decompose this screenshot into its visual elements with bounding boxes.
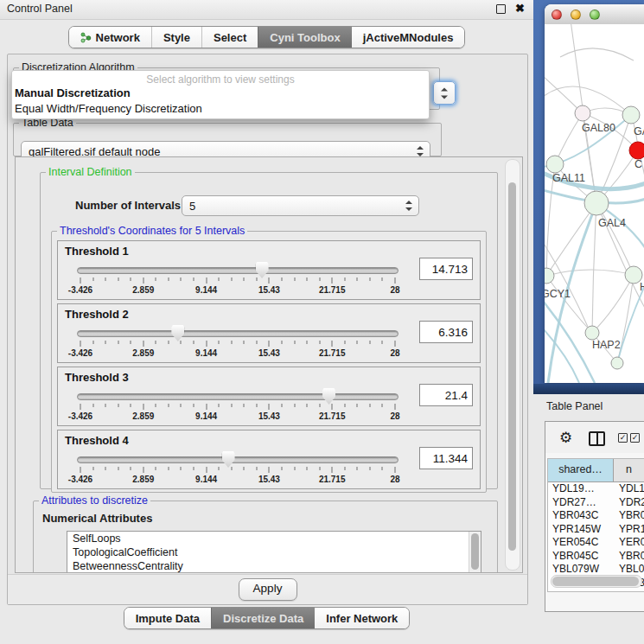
table-cell: YDR27… [548,496,614,510]
network-edge[interactable] [545,301,595,383]
tab-select[interactable]: Select [201,27,258,48]
threshold-label: Threshold 2 [65,308,129,321]
tab-style[interactable]: Style [151,27,201,48]
threshold-value-field[interactable]: 14.713 [419,258,473,280]
slider-thumb[interactable] [171,325,184,341]
threshold-slider[interactable]: -3.4262.8599.14415.4321.71528 [77,325,399,360]
table-panel-titlebar: Table Panel [533,394,644,420]
slider-tick [181,341,182,344]
slider-tick-label: 28 [390,285,399,295]
node-partial-bottom[interactable] [611,357,623,369]
slider-tick [294,341,295,344]
slider-thumb[interactable] [256,262,269,278]
table-panel-title: Table Panel [546,400,603,412]
threshold-slider[interactable]: -3.4262.8599.14415.4321.71528 [77,388,399,423]
network-edge[interactable] [545,242,588,327]
zoom-window-icon[interactable] [590,10,600,20]
tab-network[interactable]: Network [69,27,151,48]
node-hap2[interactable] [585,326,599,340]
node-label: HAP2 [592,339,621,351]
threshold-value-field[interactable]: 21.4 [419,384,473,406]
minimize-window-icon[interactable] [571,10,581,20]
network-graph-canvas[interactable]: GAL80GACGAL11GAL4GCY1HHAP2 [545,24,644,383]
attributes-scrollbar-thumb[interactable] [471,533,479,570]
settings-vertical-scrollbar[interactable] [505,159,520,571]
number-of-intervals-combobox[interactable]: 5 [182,195,419,216]
settings-scrollbar-thumb[interactable] [508,182,516,551]
column-header-shared-name[interactable]: shared… [548,459,614,481]
node-gal4[interactable] [584,191,609,215]
table-row[interactable]: YDR27…YDR2 [548,496,644,510]
slider-tick [143,341,143,347]
close-window-icon[interactable] [552,10,562,20]
table-row[interactable]: YBR043CYBR0 [548,509,644,523]
threshold-label: Threshold 1 [65,245,129,258]
tab-jactivemnodules[interactable]: jActiveMNodules [352,27,465,48]
apply-button[interactable]: Apply [239,578,297,601]
slider-tick [80,341,81,347]
slider-tick [156,341,156,344]
slider-tick-label: -3.426 [68,475,92,484]
node-label: GAL11 [552,172,585,184]
slider-thumb[interactable] [322,388,335,405]
slider-tick [143,404,143,410]
table-row[interactable]: YER054CYER0 [548,536,644,550]
slider-thumb[interactable] [222,451,235,468]
popup-item-equal-width-frequency[interactable]: Equal Width/Frequency Discretization [12,101,429,117]
tab-cyni-toolbox[interactable]: Cyni Toolbox [258,27,351,48]
bottom-tab-impute-data[interactable]: Impute Data [124,608,211,628]
slider-tick-label: -3.426 [68,411,92,421]
table-row[interactable]: YIL052CYIL0 [548,590,644,592]
threshold-value-field[interactable]: 11.344 [419,447,473,469]
combo-arrows-icon [405,201,412,211]
bottom-tab-infer-network[interactable]: Infer Network [315,608,409,628]
threshold-slider[interactable]: -3.4262.8599.14415.4321.71528 [77,451,399,486]
popup-item-manual-discretization[interactable]: Manual Discretization [12,86,429,101]
attribute-list-item[interactable]: BetweennessCentrality [67,559,481,573]
algorithm-combo-stepper[interactable] [433,81,456,105]
gear-icon[interactable]: ⚙ [559,429,572,447]
float-panel-icon[interactable] [496,4,506,14]
network-edge[interactable] [560,48,634,61]
bottom-tab-discretize-data[interactable]: Discretize Data [211,608,315,628]
table-row[interactable]: YDL19…YDL1 [548,482,644,496]
slider-tick [194,277,194,281]
table-scrollbar-thumb[interactable] [552,577,639,586]
slider-tick [319,404,320,407]
network-window-titlebar[interactable] [545,4,644,25]
tab-label: Discretize Data [223,612,303,625]
slider-tick [206,404,207,410]
network-edge[interactable] [546,203,596,276]
table-cell: YPR145W [548,523,614,537]
columns-icon[interactable] [589,431,605,446]
network-edge[interactable] [592,203,596,333]
table-row[interactable]: YBR045CYBR0 [548,550,644,564]
table-row[interactable]: YPR145WYPR1 [548,523,644,537]
slider-tick-label: 21.715 [319,475,346,484]
tab-label: Infer Network [326,612,398,625]
attributes-list-scrollbar[interactable] [469,532,481,573]
close-panel-icon[interactable]: ✖ [515,2,525,15]
node-selected-red[interactable] [629,142,644,159]
node-gcy1[interactable] [545,268,554,284]
attribute-list-item[interactable]: SelfLoops [67,532,481,545]
numerical-attributes-list[interactable]: SelfLoopsTopologicalCoefficientBetweenne… [67,531,481,573]
node-gal11[interactable] [546,156,564,173]
slider-tick [219,277,220,281]
network-edge[interactable] [592,275,634,333]
column-header-name[interactable]: n [614,459,644,481]
node-gal80[interactable] [575,105,590,121]
slider-tick [319,467,320,470]
node-unnamed-top[interactable] [622,106,640,124]
table-horizontal-scrollbar[interactable] [551,575,642,588]
threshold-value-field[interactable]: 6.316 [419,321,473,343]
select-columns-icon[interactable]: ✓ ✓ [618,433,640,443]
threshold-slider[interactable]: -3.4262.8599.14415.4321.71528 [77,262,399,296]
slider-tick [369,467,370,470]
slider-tick [319,277,320,281]
attributes-legend: Attributes to discretize [39,494,150,507]
attribute-list-item[interactable]: TopologicalCoefficient [67,545,481,559]
slider-tick [156,404,156,407]
slider-tick [269,341,270,347]
slider-tick [244,277,245,281]
